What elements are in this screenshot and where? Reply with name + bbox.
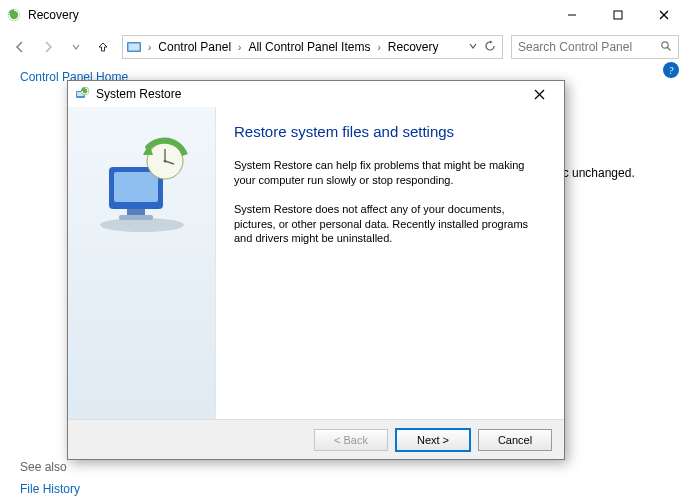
explorer-navbar: › Control Panel › All Control Panel Item… bbox=[0, 30, 687, 64]
chevron-right-icon[interactable]: › bbox=[235, 42, 244, 53]
breadcrumb-seg-control-panel[interactable]: Control Panel bbox=[154, 40, 235, 54]
maximize-button[interactable] bbox=[595, 0, 641, 30]
back-button: < Back bbox=[314, 429, 388, 451]
breadcrumb-seg-all-items[interactable]: All Control Panel Items bbox=[244, 40, 374, 54]
chevron-right-icon[interactable]: › bbox=[145, 42, 154, 53]
nav-up-button[interactable] bbox=[92, 36, 114, 58]
close-button[interactable] bbox=[641, 0, 687, 30]
window-title: Recovery bbox=[28, 8, 79, 22]
svg-point-7 bbox=[662, 41, 668, 47]
dialog-button-row: < Back Next > Cancel bbox=[68, 419, 564, 459]
next-button[interactable]: Next > bbox=[396, 429, 470, 451]
search-placeholder: Search Control Panel bbox=[518, 40, 660, 54]
dialog-close-button[interactable] bbox=[520, 83, 558, 105]
dialog-titlebar[interactable]: System Restore bbox=[68, 81, 564, 107]
svg-rect-17 bbox=[127, 209, 145, 215]
wizard-paragraph-2: System Restore does not affect any of yo… bbox=[234, 202, 546, 247]
svg-rect-2 bbox=[614, 11, 622, 19]
minimize-button[interactable] bbox=[549, 0, 595, 30]
breadcrumb-seg-recovery[interactable]: Recovery bbox=[384, 40, 443, 54]
recovery-icon bbox=[6, 7, 22, 23]
dropdown-icon[interactable] bbox=[468, 40, 478, 54]
explorer-titlebar: Recovery bbox=[0, 0, 687, 30]
svg-line-8 bbox=[668, 47, 671, 50]
wizard-heading: Restore system files and settings bbox=[234, 123, 546, 140]
refresh-icon[interactable] bbox=[484, 40, 496, 55]
background-text-fragment: ic unchanged. bbox=[560, 166, 677, 180]
nav-back-button[interactable] bbox=[8, 35, 32, 59]
restore-illustration-icon bbox=[87, 137, 197, 237]
wizard-paragraph-1: System Restore can help fix problems tha… bbox=[234, 158, 546, 188]
file-history-link[interactable]: File History bbox=[20, 482, 80, 496]
system-restore-icon bbox=[74, 86, 90, 102]
control-panel-icon bbox=[125, 38, 143, 56]
nav-recent-dropdown[interactable] bbox=[64, 35, 88, 59]
nav-forward-button[interactable] bbox=[36, 35, 60, 59]
svg-rect-18 bbox=[119, 215, 153, 220]
system-restore-dialog: System Restore Restore system files and … bbox=[67, 80, 565, 460]
dialog-title: System Restore bbox=[96, 87, 181, 101]
search-icon bbox=[660, 40, 672, 55]
wizard-banner bbox=[68, 107, 216, 419]
wizard-content: Restore system files and settings System… bbox=[216, 107, 564, 419]
svg-rect-6 bbox=[129, 44, 140, 51]
see-also-label: See also bbox=[20, 460, 67, 474]
breadcrumb[interactable]: › Control Panel › All Control Panel Item… bbox=[122, 35, 503, 59]
chevron-right-icon[interactable]: › bbox=[374, 42, 383, 53]
svg-rect-16 bbox=[114, 172, 158, 202]
help-icon[interactable]: ? bbox=[663, 62, 679, 78]
cancel-button[interactable]: Cancel bbox=[478, 429, 552, 451]
search-input[interactable]: Search Control Panel bbox=[511, 35, 679, 59]
svg-point-14 bbox=[100, 218, 184, 232]
